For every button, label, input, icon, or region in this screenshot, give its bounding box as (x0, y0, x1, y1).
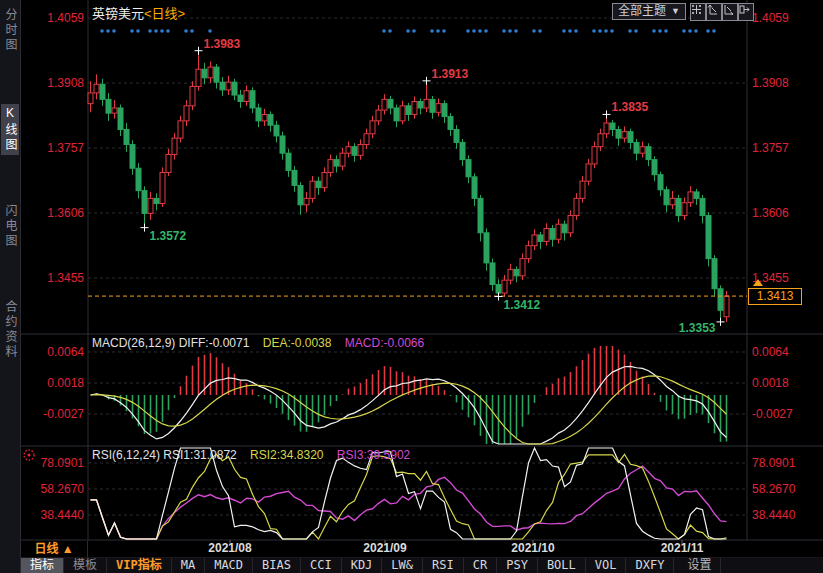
candle (172, 138, 177, 154)
toolbar-item-KDJ[interactable]: KDJ (342, 558, 383, 573)
price-axis-label-right: 1.4059 (752, 11, 808, 25)
candle (298, 185, 303, 204)
candle (418, 102, 423, 108)
price-annotation: 1.3412 (504, 298, 541, 312)
period-tag: <日线> (144, 6, 185, 21)
toolbar-item-VIP指标[interactable]: VIP指标 (107, 558, 172, 573)
sidebar-tab-kline-chart[interactable]: K线图 (1, 104, 19, 155)
scale-horizontal-icon[interactable] (722, 3, 738, 21)
candle (694, 192, 699, 198)
price-axis-label-left: 1.3757 (28, 141, 84, 155)
event-dot (688, 29, 692, 33)
candle (724, 296, 729, 317)
rsi2-readout: RSI2:34.8320 (250, 448, 323, 462)
toolbar-item-BOLL[interactable]: BOLL (538, 558, 586, 573)
event-dot (466, 29, 470, 33)
left-tab-bar: 分时图 K线图 闪电图 合约资料 (0, 0, 21, 573)
event-dot (190, 29, 194, 33)
toolbar-item-LW&[interactable]: LW& (382, 558, 423, 573)
candle (568, 216, 573, 233)
price-axis-label-right: 1.3757 (752, 141, 808, 155)
event-dot (106, 29, 110, 33)
candle (490, 263, 495, 285)
toolbar-item-DXFY[interactable]: DXFY (626, 558, 674, 573)
candle (586, 164, 591, 181)
sidebar-tab-flash-chart[interactable]: 闪电图 (1, 202, 19, 251)
toolbar-item-PSY[interactable]: PSY (497, 558, 538, 573)
candle (424, 99, 429, 108)
pan-right-icon[interactable] (738, 3, 754, 21)
theme-dropdown[interactable]: 全部主题 ▼ (612, 3, 686, 20)
candle (646, 147, 651, 160)
candle (310, 181, 315, 198)
candle (610, 123, 615, 129)
candle (274, 125, 279, 136)
move-crosshair-icon[interactable] (690, 3, 706, 21)
candle (622, 132, 627, 138)
event-dot (592, 29, 596, 33)
toolbar-item-MACD[interactable]: MACD (205, 558, 253, 573)
candle (118, 108, 123, 130)
candle (430, 99, 435, 112)
trading-terminal-window: 1.39831.39131.38351.35721.34121.3353 分时图… (0, 0, 823, 573)
event-dot (154, 29, 158, 33)
candle (88, 93, 93, 104)
rsi-axis-label-right: 78.0901 (752, 456, 808, 470)
toolbar-item-CCI[interactable]: CCI (301, 558, 342, 573)
rsi-header: RSI(6,12,24) RSI1:31.0872 RSI2:34.8320 R… (92, 448, 410, 462)
candle (238, 95, 243, 101)
date-label: 2021/11 (642, 541, 722, 555)
candle (334, 160, 339, 166)
candle (550, 228, 555, 239)
toolbar-item-模板[interactable]: 模板 (64, 558, 107, 573)
candle (634, 142, 639, 153)
scale-vertical-icon[interactable] (706, 3, 722, 21)
candle (604, 123, 609, 134)
event-dot (436, 29, 440, 33)
candle (640, 147, 645, 153)
candle (292, 170, 297, 185)
candle (316, 181, 321, 187)
toolbar-item-RSI[interactable]: RSI (423, 558, 464, 573)
event-dot (478, 29, 482, 33)
rsi-axis-label-left: 58.2670 (28, 482, 84, 496)
event-dot (574, 29, 578, 33)
candle (544, 228, 549, 241)
candle (706, 216, 711, 259)
sidebar-tab-time-chart[interactable]: 分时图 (1, 6, 19, 55)
candle (256, 108, 261, 121)
candle (136, 168, 141, 190)
date-label: 2021/10 (493, 541, 573, 555)
toolbar-item-VOL[interactable]: VOL (586, 558, 627, 573)
candle (628, 132, 633, 143)
toolbar-item-MA[interactable]: MA (172, 558, 205, 573)
event-dot (406, 29, 410, 33)
period-selector[interactable]: 日线 ▲ (21, 541, 88, 557)
chart-canvas[interactable]: 1.39831.39131.38351.35721.34121.3353 (0, 0, 823, 573)
toolbar-item-指标[interactable]: 指标 (21, 558, 64, 573)
candle (328, 160, 333, 173)
event-dot (412, 29, 416, 33)
candle (598, 134, 603, 147)
sidebar-tab-contract-info[interactable]: 合约资料 (1, 298, 19, 362)
macd-diff-readout: MACD(26,12,9) DIFF:-0.0071 (92, 336, 249, 350)
candle (106, 99, 111, 113)
event-dot (538, 29, 542, 33)
toolbar-item-设置[interactable]: 设置 (678, 558, 721, 573)
indicator-toolbar: 指标模板VIP指标MAMACDBIASCCIKDJLW&RSICRPSYBOLL… (21, 558, 823, 573)
event-dot (430, 29, 434, 33)
candle (520, 259, 525, 276)
candle (688, 192, 693, 203)
rsi3-readout: RSI3:39.5902 (337, 448, 410, 462)
price-annotation: 1.3835 (612, 100, 649, 114)
candle (94, 84, 99, 93)
toolbar-item-BIAS[interactable]: BIAS (253, 558, 301, 573)
rsi1-readout: RSI(6,12,24) RSI1:31.0872 (92, 448, 237, 462)
candle (232, 82, 237, 95)
toolbar-item-CR[interactable]: CR (464, 558, 497, 573)
rsi-axis-label-left: 38.4440 (28, 508, 84, 522)
candle (112, 108, 117, 113)
price-axis-label-right: 1.3908 (752, 76, 808, 90)
event-dot (112, 29, 116, 33)
candle (460, 142, 465, 159)
